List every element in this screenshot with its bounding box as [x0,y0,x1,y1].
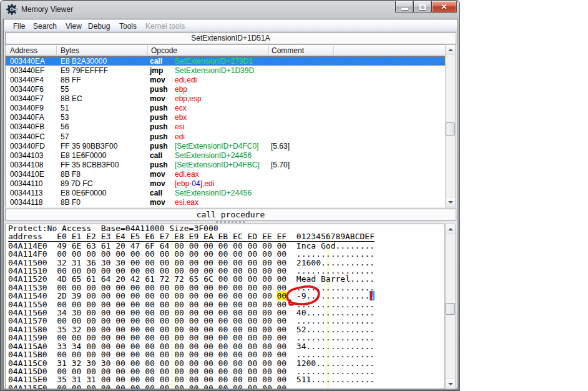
disasm-row-003440F4[interactable]: 003440F48B FFmovedi,edi [6,75,445,84]
hex-row-04A11520[interactable]: 04A11520 4D 65 61 64 20 42 61 72 72 65 6… [6,275,444,283]
hex-row-04A11550[interactable]: 04A11550 00 00 00 00 00 00 00 00 00 00 0… [6,300,444,309]
hex-row-04A11540[interactable]: 04A11540 2D 39 00 00 00 00 00 00 00 00 0… [6,292,444,300]
arrow-up-icon [448,228,453,230]
minimize-icon [401,8,408,10]
menu-item-debug[interactable]: Debug [86,21,112,31]
hex-row-04A115E0[interactable]: 04A115E0 35 31 31 00 00 00 00 00 00 00 0… [6,375,444,384]
hex-row-04A11560[interactable]: 04A11560 34 30 00 00 00 00 00 00 00 00 0… [6,309,444,317]
hex-row-04A114F0[interactable]: 04A114F0 00 00 00 00 00 00 00 00 00 00 0… [6,250,444,258]
disasm-row-00344110[interactable]: 0034411089 7D FCmov[ebp-04],edi [6,179,445,188]
disasm-row-00344108[interactable]: 00344108FF 35 8CBB3F00push[SetExtensionI… [6,160,445,169]
column-header-comment[interactable]: Comment [272,46,304,55]
arrow-up-icon [448,49,453,51]
scroll-up-button[interactable] [446,45,455,55]
disasm-row-00344113[interactable]: 00344113E8 0E6F0000callSetExtensionID+24… [6,188,445,197]
column-separator [56,46,57,55]
maximize-icon [419,4,426,10]
disasm-row-003440FC[interactable]: 003440FC57pushedi [6,132,445,141]
column-header-address[interactable]: Address [10,46,37,55]
disasm-column-header[interactable]: AddressBytesOpcodeComment [5,44,446,56]
disasm-row-003440F6[interactable]: 003440F655pushebp [6,84,445,94]
menu-item-kernel-tools: Kernel tools [144,21,187,31]
hex-view[interactable]: Protect:No Access Base=04A11000 Size=3F0… [5,224,444,389]
disasm-row-003440FA[interactable]: 003440FA53pushebx [6,112,445,122]
disasm-row-003440EF[interactable]: 003440EFE9 79FEFFFFjmpSetExtensionID+1D3… [6,66,445,75]
column-separator [333,46,334,55]
scroll-down-button[interactable] [446,197,455,207]
cheat-engine-gear-icon [6,4,17,15]
arrow-down-icon [448,201,453,204]
hex-scrollbar[interactable] [445,224,456,389]
scrollbar-thumb[interactable] [446,303,455,315]
disasm-scrollbar[interactable] [445,44,456,207]
hex-row-04A115C0[interactable]: 04A115C0 31 32 30 30 00 00 00 00 00 00 0… [6,359,444,367]
menu-item-view[interactable]: View [64,21,84,31]
hex-row-04A11500[interactable]: 04A11500 32 31 36 30 30 00 00 00 00 00 0… [6,259,444,267]
hex-cursor[interactable]: . [370,291,375,300]
disassembly-list[interactable]: 003440EAE8 B2A30000callSetExtensionID+27… [5,56,446,207]
column-separator [147,46,148,55]
hex-row-04A115F0[interactable]: 04A115F0 00 00 00 00 00 00 00 00 00 00 0… [6,384,444,389]
hex-row-04A11570[interactable]: 04A11570 00 00 00 00 00 00 00 00 00 00 0… [6,317,444,325]
close-icon: ✕ [432,2,456,11]
scroll-down-button[interactable] [446,379,455,389]
disasm-row-00344103[interactable]: 00344103E8 1E6F0000callSetExtensionID+24… [6,151,445,160]
menu-bar: FileSearchViewDebugToolsKernel tools [4,20,457,32]
titlebar[interactable]: Memory Viewer ✕ [1,1,459,19]
window-title: Memory Viewer [21,5,73,14]
disasm-row-003440F9[interactable]: 003440F951pushecx [6,103,445,112]
arrow-down-icon [448,383,453,385]
menu-item-tools[interactable]: Tools [117,21,139,31]
disasm-row-003440FB[interactable]: 003440FB56pushesi [6,122,445,131]
column-separator [268,46,269,55]
column-header-bytes[interactable]: Bytes [61,46,79,55]
status-bar: call procedure [5,209,456,220]
hex-row-04A11580[interactable]: 04A11580 35 32 00 00 00 00 00 00 00 00 0… [6,325,444,334]
menu-item-file[interactable]: File [11,21,27,31]
scrollbar-thumb[interactable] [446,122,455,136]
hex-row-04A11530[interactable]: 04A11530 00 00 00 00 00 00 00 00 00 00 0… [6,284,444,292]
maximize-button[interactable] [413,1,431,13]
disasm-row-00344118[interactable]: 003441188B F0movesi,eax [6,197,445,207]
hex-row-04A115D0[interactable]: 04A115D0 00 00 00 00 00 00 00 00 00 00 0… [6,367,444,375]
hex-row-04A114E0[interactable]: 04A114E0 49 6E 63 61 20 47 6F 64 00 00 0… [6,242,444,250]
disasm-row-0034410E[interactable]: 0034410E8B F8movedi,eax [6,169,445,179]
hex-row-04A11510[interactable]: 04A11510 00 00 00 00 00 00 00 00 00 00 0… [6,267,444,275]
symbol-address-bar[interactable]: SetExtensionID+1D51A [5,32,456,44]
minimize-button[interactable] [395,1,413,13]
close-button[interactable]: ✕ [431,1,457,13]
memory-viewer-window: Memory Viewer ✕ FileSearchViewDebugTools… [0,0,460,391]
hex-row-04A115A0[interactable]: 04A115A0 33 34 00 00 00 00 00 00 00 00 0… [6,342,444,350]
protect-line: Protect:No Access Base=04A11000 Size=3F0… [6,224,444,232]
disasm-row-003440FD[interactable]: 003440FDFF 35 90BB3F00push[SetExtensionI… [6,141,445,151]
hex-column-header: address E0 E1 E2 E3 E4 E5 E6 E7 E8 E9 EA… [6,232,444,241]
disasm-row-003440F7[interactable]: 003440F78B ECmovebp,esp [6,94,445,103]
column-header-opcode[interactable]: Opcode [151,46,177,55]
disasm-row-003440EA[interactable]: 003440EAE8 B2A30000callSetExtensionID+27… [6,56,445,66]
client-area: FileSearchViewDebugToolsKernel tools Set… [3,19,458,389]
scroll-up-button[interactable] [446,224,455,234]
hex-row-04A11590[interactable]: 04A11590 00 00 00 00 00 00 00 00 00 00 0… [6,334,444,342]
menu-item-search[interactable]: Search [31,21,59,31]
hex-row-04A115B0[interactable]: 04A115B0 00 00 00 00 00 00 00 00 00 00 0… [6,350,444,359]
